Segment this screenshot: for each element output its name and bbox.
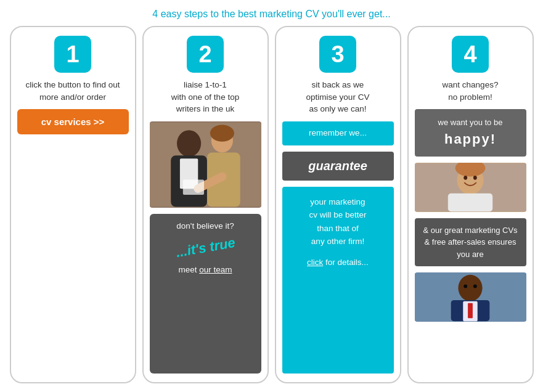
happy-prefix-text: we want you to be — [438, 118, 503, 127]
svg-point-21 — [463, 285, 467, 288]
svg-point-17 — [458, 275, 482, 301]
our-team-link[interactable]: our team — [199, 265, 232, 274]
man-image-svg — [415, 272, 526, 322]
svg-point-15 — [473, 176, 476, 180]
svg-point-22 — [473, 285, 476, 288]
col2-dark-box: don't believe it? ...it's true meet our … — [150, 214, 261, 374]
step-3-description: sit back as weoptimise your CVas only we… — [306, 79, 370, 115]
cv-promise-text: your marketingcv will be betterthan that… — [288, 195, 388, 248]
svg-rect-9 — [182, 179, 203, 194]
step-1-description: click the button to find out more and/or… — [17, 79, 129, 103]
svg-point-2 — [177, 130, 201, 157]
svg-point-14 — [463, 176, 467, 180]
for-details-text: for details... — [323, 258, 369, 267]
cv-promise-box: your marketingcv will be betterthan that… — [282, 187, 394, 374]
footer: only one firm offers you all this ...us! — [7, 383, 536, 392]
columns-container: 1 click the button to find out more and/… — [7, 26, 536, 383]
step-2-description: liaise 1-to-1with one of the topwriters … — [171, 79, 239, 115]
happy-word-text: happy! — [421, 129, 520, 149]
people-photo — [150, 121, 261, 208]
cv-services-button[interactable]: cv services >> — [17, 109, 129, 134]
step-4-column: 4 want changes?no problem! we want you t… — [407, 26, 534, 383]
guarantee-box: guarantee — [282, 152, 394, 181]
people-image-svg — [150, 121, 261, 208]
step-2-column: 2 liaise 1-to-1with one of the topwriter… — [142, 26, 269, 383]
dont-believe-text: don't believe it? — [176, 221, 234, 231]
step-3-number: 3 — [319, 36, 356, 73]
smile-photo — [415, 163, 526, 212]
step-4-description: want changes?no problem! — [443, 79, 499, 103]
svg-rect-20 — [468, 303, 473, 318]
step-3-column: 3 sit back as weoptimise your CVas only … — [275, 26, 401, 383]
man-photo — [415, 272, 526, 322]
step-4-number: 4 — [452, 36, 489, 73]
smile-image-svg — [415, 163, 526, 212]
remember-box: remember we... — [282, 121, 394, 145]
after-sales-box: & our great marketing CVs & free after-s… — [415, 218, 526, 267]
its-true-text: ...it's true — [174, 232, 236, 263]
page-header: 4 easy steps to the best marketing CV yo… — [7, 5, 536, 26]
happy-box: we want you to be happy! — [415, 109, 526, 157]
click-details-text: click for details... — [288, 256, 388, 269]
footer-text: only one firm offers you all this ...us! — [7, 388, 529, 392]
click-link[interactable]: click — [307, 258, 323, 267]
header-title: 4 easy steps to the best marketing CV yo… — [7, 5, 536, 26]
svg-rect-13 — [447, 193, 492, 211]
step-1-number: 1 — [54, 36, 91, 73]
meet-team-text: meet — [178, 265, 199, 274]
svg-point-7 — [210, 125, 234, 141]
step-1-column: 1 click the button to find out more and/… — [10, 26, 136, 383]
step-2-number: 2 — [187, 36, 224, 73]
